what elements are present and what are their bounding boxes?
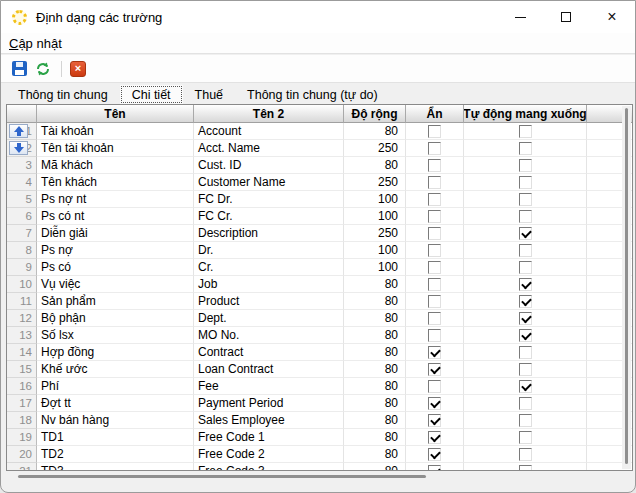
- cell-ten[interactable]: Số lsx: [37, 327, 194, 344]
- hidden-checkbox[interactable]: [428, 431, 441, 444]
- cell-ten2[interactable]: Payment Period: [194, 395, 344, 412]
- hidden-checkbox[interactable]: [428, 295, 441, 308]
- table-row[interactable]: 11 Sản phẩm Product 80: [7, 293, 633, 310]
- table-row[interactable]: 13 Số lsx MO No. 80: [7, 327, 633, 344]
- cell-do-rong[interactable]: 80: [344, 293, 406, 310]
- hidden-checkbox[interactable]: [428, 176, 441, 189]
- cell-do-rong[interactable]: 80: [344, 344, 406, 361]
- cell-ten[interactable]: Vụ việc: [37, 276, 194, 293]
- tab-thue[interactable]: Thuế: [183, 85, 236, 104]
- cell-do-rong[interactable]: 100: [344, 242, 406, 259]
- hidden-checkbox[interactable]: [428, 125, 441, 138]
- cell-ten[interactable]: TD2: [37, 446, 194, 463]
- cell-ten[interactable]: Phí: [37, 378, 194, 395]
- cell-do-rong[interactable]: 100: [344, 208, 406, 225]
- hidden-checkbox[interactable]: [428, 414, 441, 427]
- cell-ten[interactable]: Tài khoản: [37, 123, 194, 140]
- hidden-checkbox[interactable]: [428, 244, 441, 257]
- row-header-cell[interactable]: 10: [7, 276, 37, 293]
- cell-do-rong[interactable]: 80: [344, 276, 406, 293]
- row-header-cell[interactable]: 7: [7, 225, 37, 242]
- table-row[interactable]: 21 TD3 Free Code 3 80: [7, 463, 633, 471]
- auto-carry-checkbox[interactable]: [519, 397, 532, 410]
- cell-ten2[interactable]: Dept.: [194, 310, 344, 327]
- row-header-cell[interactable]: 6: [7, 208, 37, 225]
- horizontal-scrollbar-thumb[interactable]: [18, 475, 426, 478]
- cell-ten2[interactable]: Customer Name: [194, 174, 344, 191]
- cell-ten2[interactable]: Free Code 3: [194, 463, 344, 471]
- cell-ten2[interactable]: Acct. Name: [194, 140, 344, 157]
- delete-button[interactable]: ×: [67, 58, 89, 80]
- cell-do-rong[interactable]: 80: [344, 446, 406, 463]
- cell-do-rong[interactable]: 250: [344, 174, 406, 191]
- cell-ten[interactable]: Tên khách: [37, 174, 194, 191]
- hidden-checkbox[interactable]: [428, 363, 441, 376]
- save-button[interactable]: [8, 58, 30, 80]
- auto-carry-checkbox[interactable]: [519, 210, 532, 223]
- auto-carry-checkbox[interactable]: [519, 312, 532, 325]
- cell-ten2[interactable]: MO No.: [194, 327, 344, 344]
- hidden-checkbox[interactable]: [428, 346, 441, 359]
- cell-do-rong[interactable]: 250: [344, 225, 406, 242]
- cell-ten[interactable]: Hợp đồng: [37, 344, 194, 361]
- move-arrow-icon[interactable]: [9, 124, 28, 138]
- row-header-cell[interactable]: 14: [7, 344, 37, 361]
- row-header-cell[interactable]: 13: [7, 327, 37, 344]
- cell-ten[interactable]: Diễn giải: [37, 225, 194, 242]
- cell-do-rong[interactable]: 80: [344, 429, 406, 446]
- cell-ten[interactable]: Mã khách: [37, 157, 194, 174]
- cell-do-rong[interactable]: 80: [344, 361, 406, 378]
- cell-ten[interactable]: Ps có: [37, 259, 194, 276]
- cell-ten2[interactable]: FC Dr.: [194, 191, 344, 208]
- cell-do-rong[interactable]: 80: [344, 310, 406, 327]
- row-header-cell[interactable]: 19: [7, 429, 37, 446]
- vertical-scrollbar-thumb[interactable]: [625, 108, 628, 464]
- minimize-button[interactable]: [497, 1, 543, 33]
- hidden-checkbox[interactable]: [428, 210, 441, 223]
- close-button[interactable]: ×: [589, 1, 635, 33]
- row-header-cell[interactable]: 20: [7, 446, 37, 463]
- table-row[interactable]: 9 Ps có Cr. 100: [7, 259, 633, 276]
- row-header-cell[interactable]: 3: [7, 157, 37, 174]
- table-row[interactable]: 16 Phí Fee 80: [7, 378, 633, 395]
- cell-do-rong[interactable]: 100: [344, 259, 406, 276]
- auto-carry-checkbox[interactable]: [519, 176, 532, 189]
- table-row[interactable]: 5 Ps nợ nt FC Dr. 100: [7, 191, 633, 208]
- cell-ten[interactable]: Sản phẩm: [37, 293, 194, 310]
- vertical-scrollbar[interactable]: [622, 106, 631, 469]
- table-row[interactable]: 1 Tài khoản Account 80: [7, 123, 633, 140]
- auto-carry-checkbox[interactable]: [519, 380, 532, 393]
- table-row[interactable]: 12 Bộ phận Dept. 80: [7, 310, 633, 327]
- col-header-tu-dong[interactable]: Tự động mang xuống: [464, 105, 587, 123]
- cell-ten2[interactable]: Loan Contract: [194, 361, 344, 378]
- hidden-checkbox[interactable]: [428, 380, 441, 393]
- cell-ten[interactable]: Ps nợ: [37, 242, 194, 259]
- col-header-do-rong[interactable]: Độ rộng: [344, 105, 406, 123]
- cell-ten2[interactable]: Job: [194, 276, 344, 293]
- auto-carry-checkbox[interactable]: [519, 244, 532, 257]
- row-header-cell[interactable]: 15: [7, 361, 37, 378]
- refresh-button[interactable]: [32, 58, 54, 80]
- cell-ten2[interactable]: Account: [194, 123, 344, 140]
- table-row[interactable]: 19 TD1 Free Code 1 80: [7, 429, 633, 446]
- row-header-cell[interactable]: 4: [7, 174, 37, 191]
- col-header-ten2[interactable]: Tên 2: [194, 105, 344, 123]
- cell-ten[interactable]: TD3: [37, 463, 194, 471]
- cell-ten[interactable]: TD1: [37, 429, 194, 446]
- tab-thong-tin-chung[interactable]: Thông tin chung: [6, 85, 120, 104]
- cell-do-rong[interactable]: 80: [344, 123, 406, 140]
- cell-ten2[interactable]: Cr.: [194, 259, 344, 276]
- cell-ten[interactable]: Tên tài khoản: [37, 140, 194, 157]
- row-header-cell[interactable]: 11: [7, 293, 37, 310]
- cell-do-rong[interactable]: 80: [344, 395, 406, 412]
- row-header-cell[interactable]: 16: [7, 378, 37, 395]
- move-arrow-icon[interactable]: [9, 141, 28, 155]
- row-header-cell[interactable]: 9: [7, 259, 37, 276]
- hidden-checkbox[interactable]: [428, 465, 441, 472]
- cell-ten2[interactable]: Cust. ID: [194, 157, 344, 174]
- cell-ten[interactable]: Nv bán hàng: [37, 412, 194, 429]
- col-header-an[interactable]: Ẩn: [406, 105, 464, 123]
- cell-do-rong[interactable]: 80: [344, 378, 406, 395]
- auto-carry-checkbox[interactable]: [519, 227, 532, 240]
- row-header-cell[interactable]: 2: [7, 140, 37, 157]
